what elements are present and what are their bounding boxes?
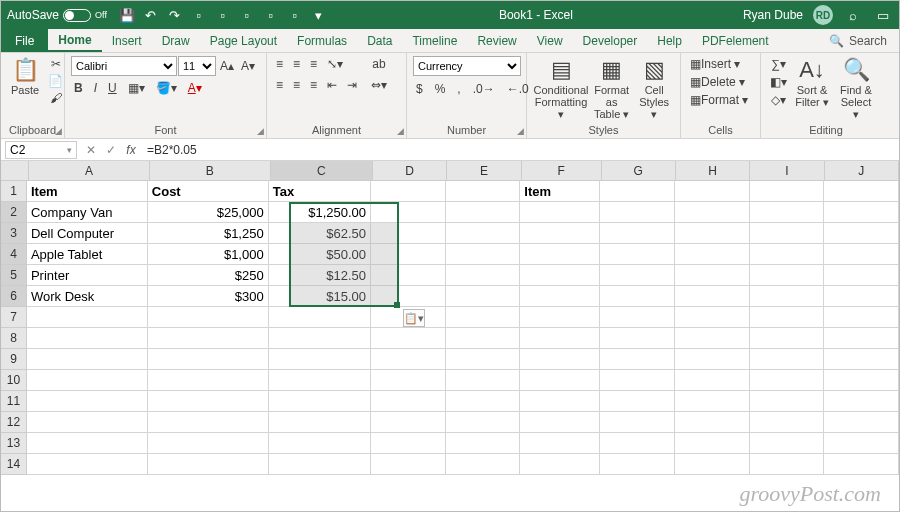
cell[interactable]: $15.00 [269, 286, 371, 307]
col-header[interactable]: C [271, 161, 373, 181]
cell[interactable] [675, 181, 750, 202]
cell[interactable] [446, 202, 521, 223]
cell[interactable] [824, 454, 899, 475]
cell[interactable] [824, 244, 899, 265]
row-header[interactable]: 13 [1, 433, 27, 454]
cell[interactable] [148, 349, 269, 370]
cell[interactable]: Item [27, 181, 148, 202]
cell[interactable] [446, 349, 521, 370]
merge-center-icon[interactable]: ⇔▾ [368, 77, 390, 93]
row-header[interactable]: 1 [1, 181, 27, 202]
percent-icon[interactable]: % [432, 81, 449, 97]
tab-home[interactable]: Home [48, 29, 101, 52]
cell[interactable]: $12.50 [269, 265, 371, 286]
tab-help[interactable]: Help [647, 29, 692, 52]
insert-cells-button[interactable]: ▦ Insert ▾ [687, 56, 743, 72]
cell[interactable] [371, 265, 446, 286]
fx-icon[interactable]: fx [121, 143, 141, 157]
cell[interactable]: $300 [148, 286, 269, 307]
cell[interactable] [675, 349, 750, 370]
currency-icon[interactable]: $ [413, 81, 426, 97]
qat-item-icon[interactable]: ▫ [261, 5, 281, 25]
copy-icon[interactable]: 📄 [45, 73, 66, 89]
col-header[interactable]: F [522, 161, 602, 181]
conditional-formatting-button[interactable]: ▤Conditional Formatting ▾ [533, 56, 589, 122]
autosum-icon[interactable]: ∑▾ [767, 56, 790, 72]
cell[interactable] [750, 286, 825, 307]
align-right-icon[interactable]: ≡ [307, 77, 320, 93]
cell[interactable] [446, 370, 521, 391]
cell[interactable] [750, 391, 825, 412]
cell[interactable] [600, 328, 675, 349]
cell[interactable] [600, 223, 675, 244]
cell[interactable] [675, 265, 750, 286]
tab-timeline[interactable]: Timeline [402, 29, 467, 52]
undo-icon[interactable]: ↶ [141, 5, 161, 25]
cell[interactable] [148, 307, 269, 328]
col-header[interactable]: I [750, 161, 824, 181]
paste-button[interactable]: 📋 Paste [7, 56, 43, 98]
cell[interactable] [675, 370, 750, 391]
cell[interactable] [446, 223, 521, 244]
tab-draw[interactable]: Draw [152, 29, 200, 52]
cell[interactable] [600, 370, 675, 391]
row-header[interactable]: 2 [1, 202, 27, 223]
align-bottom-icon[interactable]: ≡ [307, 56, 320, 72]
row-header[interactable]: 14 [1, 454, 27, 475]
cell[interactable]: $1,000 [148, 244, 269, 265]
number-format-select[interactable]: Currency [413, 56, 521, 76]
save-icon[interactable]: 💾 [117, 5, 137, 25]
col-header[interactable]: D [373, 161, 447, 181]
cell[interactable] [824, 370, 899, 391]
cell[interactable] [27, 391, 148, 412]
cell[interactable] [446, 454, 521, 475]
border-icon[interactable]: ▦▾ [125, 80, 148, 96]
cell[interactable] [750, 202, 825, 223]
cell[interactable] [27, 328, 148, 349]
indent-increase-icon[interactable]: ⇥ [344, 77, 360, 93]
cell[interactable] [371, 349, 446, 370]
font-size-select[interactable]: 11 [178, 56, 216, 76]
cell[interactable] [148, 370, 269, 391]
cell[interactable] [269, 412, 371, 433]
cell[interactable]: $1,250 [148, 223, 269, 244]
cell[interactable] [675, 433, 750, 454]
tab-view[interactable]: View [527, 29, 573, 52]
cell[interactable] [675, 328, 750, 349]
cell[interactable] [27, 454, 148, 475]
name-box[interactable]: C2▾ [5, 141, 77, 159]
col-header[interactable]: J [825, 161, 899, 181]
cell[interactable] [750, 454, 825, 475]
cell[interactable] [824, 202, 899, 223]
cell[interactable] [371, 286, 446, 307]
cell[interactable] [148, 454, 269, 475]
sort-filter-button[interactable]: A↓Sort & Filter ▾ [790, 56, 834, 110]
cell[interactable] [750, 412, 825, 433]
wrap-text-button[interactable]: ab [368, 56, 390, 72]
col-header[interactable]: B [150, 161, 271, 181]
row-header[interactable]: 12 [1, 412, 27, 433]
cell[interactable] [446, 412, 521, 433]
cell[interactable] [600, 391, 675, 412]
paste-options-button[interactable]: 📋▾ [403, 309, 425, 327]
cell[interactable] [371, 370, 446, 391]
cell[interactable] [371, 181, 446, 202]
cell[interactable] [269, 454, 371, 475]
cell[interactable] [269, 370, 371, 391]
cell[interactable] [371, 202, 446, 223]
cell[interactable] [824, 391, 899, 412]
cell[interactable]: Work Desk [27, 286, 148, 307]
cell[interactable] [824, 433, 899, 454]
cell[interactable] [371, 454, 446, 475]
qat-item-icon[interactable]: ▫ [189, 5, 209, 25]
cell[interactable] [371, 223, 446, 244]
cell[interactable] [520, 391, 600, 412]
autosave-toggle[interactable]: AutoSave Off [7, 8, 107, 22]
align-middle-icon[interactable]: ≡ [290, 56, 303, 72]
row-header[interactable]: 7 [1, 307, 27, 328]
cell[interactable] [600, 349, 675, 370]
search-box[interactable]: 🔍 Search [829, 29, 899, 52]
indent-decrease-icon[interactable]: ⇤ [324, 77, 340, 93]
row-header[interactable]: 5 [1, 265, 27, 286]
row-header[interactable]: 10 [1, 370, 27, 391]
